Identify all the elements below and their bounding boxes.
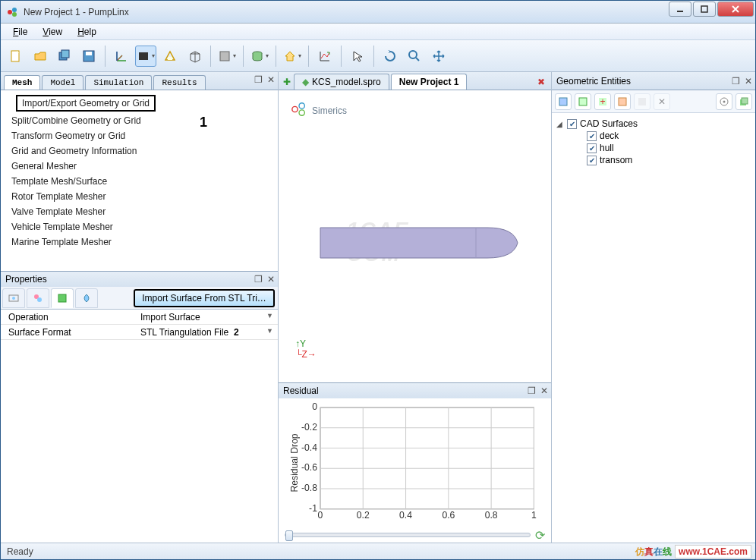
tree-expand-icon[interactable]: ◢ — [556, 120, 564, 128]
residual-title: Residual ❐✕ — [279, 383, 551, 398]
undock-icon[interactable]: ❐ — [732, 76, 740, 87]
save-all-icon[interactable] — [54, 46, 75, 67]
close-tab-icon[interactable]: ✖ — [537, 77, 545, 87]
mesh-item-marine[interactable]: Marine Template Mesher — [1, 234, 278, 250]
mesh-item-info[interactable]: Grid and Geometry Information — [1, 143, 278, 159]
props-tab-1-icon[interactable] — [2, 288, 25, 308]
toolbar — [1, 40, 755, 72]
svg-text:-1: -1 — [309, 503, 317, 514]
menu-view[interactable]: View — [35, 25, 70, 39]
close-panel-icon[interactable]: ✕ — [267, 274, 275, 285]
props-tab-2-icon[interactable] — [27, 288, 49, 308]
doc-tab-new-project[interactable]: New Project 1 — [391, 74, 468, 90]
open-icon[interactable] — [30, 46, 51, 67]
property-value[interactable]: STL Triangulation File 2▼ — [137, 327, 278, 338]
geo-tool-delete-icon[interactable]: ✕ — [654, 93, 670, 110]
property-key: Operation — [1, 312, 137, 322]
mesh-item-import-export[interactable]: Import/Export Geometry or Grid — [16, 95, 156, 112]
pointer-icon[interactable] — [347, 46, 368, 67]
doc-tab-kcs[interactable]: ◆KCS_model.spro — [294, 74, 389, 90]
footer-url: www.1CAE.com — [675, 545, 751, 558]
home-icon[interactable] — [282, 46, 303, 67]
undock-icon[interactable]: ❐ — [254, 274, 263, 285]
svg-rect-23 — [320, 407, 534, 509]
import-surface-button[interactable]: Import Surface From STL Tri… — [134, 289, 275, 307]
mesh-item-split-combine[interactable]: Split/Combine Geometry or Grid — [1, 113, 278, 128]
close-panel-icon[interactable]: ✕ — [540, 385, 548, 396]
tab-model[interactable]: Model — [42, 75, 83, 90]
svg-text:-0.6: -0.6 — [301, 462, 317, 473]
mesh-item-vehicle[interactable]: Vehicle Template Mesher — [1, 219, 278, 234]
svg-point-21 — [299, 110, 304, 115]
close-button[interactable] — [717, 2, 754, 17]
close-panel-icon[interactable]: ✕ — [267, 74, 275, 85]
geo-tool-target-icon[interactable] — [716, 93, 732, 110]
geo-tool-1-icon[interactable] — [555, 93, 572, 110]
hull-geometry — [317, 224, 521, 264]
mesh-item-general-mesher[interactable]: General Mesher — [1, 159, 278, 174]
svg-point-15 — [12, 297, 15, 300]
time-slider[interactable] — [285, 533, 531, 537]
save-icon[interactable] — [78, 46, 99, 67]
view-mode-icon[interactable] — [135, 46, 156, 67]
tab-simulation[interactable]: Simulation — [85, 75, 152, 90]
maximize-button[interactable] — [693, 2, 716, 17]
svg-point-19 — [292, 106, 298, 112]
chart-icon[interactable] — [314, 46, 335, 67]
rotate-icon[interactable] — [380, 46, 401, 67]
tree-root[interactable]: ◢ ✔ CAD Surfaces — [556, 118, 751, 130]
annotation-1: 1 — [200, 115, 207, 131]
layers-icon[interactable] — [216, 46, 238, 67]
perspective-icon[interactable] — [159, 46, 181, 67]
tree-item-deck[interactable]: ✔deck — [556, 130, 751, 142]
checkbox[interactable]: ✔ — [587, 156, 597, 165]
mesh-item-transform[interactable]: Transform Geometry or Grid — [1, 128, 278, 143]
axes-icon[interactable] — [111, 46, 132, 67]
svg-text:0.2: 0.2 — [357, 510, 370, 521]
refresh-icon[interactable]: ⟳ — [535, 528, 545, 543]
tab-results[interactable]: Results — [153, 75, 205, 90]
checkbox[interactable]: ✔ — [587, 131, 597, 141]
svg-text:-0.2: -0.2 — [301, 422, 317, 433]
svg-text:Residual Drop: Residual Drop — [289, 433, 300, 492]
geo-tool-add-icon[interactable]: + — [594, 93, 611, 110]
svg-text:0.4: 0.4 — [399, 510, 412, 521]
geo-tool-4-icon[interactable] — [634, 93, 650, 110]
svg-text:0.6: 0.6 — [442, 510, 455, 521]
add-tab-icon[interactable]: ✚ — [283, 77, 291, 87]
svg-point-20 — [299, 103, 304, 109]
tab-mesh[interactable]: Mesh — [4, 75, 40, 90]
geo-tool-3-icon[interactable] — [614, 93, 631, 110]
box-icon[interactable] — [184, 46, 205, 67]
props-tab-3-icon[interactable] — [51, 288, 74, 308]
tree-item-transom[interactable]: ✔transom — [556, 154, 751, 166]
close-panel-icon[interactable]: ✕ — [745, 76, 752, 87]
mesh-item-rotor[interactable]: Rotor Template Mesher — [1, 189, 278, 204]
checkbox[interactable]: ✔ — [567, 119, 577, 129]
property-value[interactable]: Import Surface▼ — [137, 312, 278, 322]
axis-triad: ↑Y └Z→ — [295, 338, 317, 360]
database-icon[interactable] — [249, 46, 270, 67]
svg-point-2 — [12, 12, 17, 17]
minimize-button[interactable] — [669, 2, 691, 17]
tree-item-hull[interactable]: ✔hull — [556, 142, 751, 154]
props-tab-4-icon[interactable] — [75, 288, 98, 308]
svg-rect-18 — [58, 294, 66, 302]
svg-rect-3 — [677, 11, 683, 12]
viewport-3d[interactable]: Simerics 1CAE . COM ↑Y └Z→ — [279, 90, 551, 382]
menu-file[interactable]: File — [5, 25, 35, 39]
mesh-item-valve[interactable]: Valve Template Mesher — [1, 204, 278, 219]
pan-icon[interactable] — [428, 46, 449, 67]
geo-tool-box-icon[interactable] — [736, 93, 752, 110]
menubar: File View Help — [1, 24, 755, 40]
geo-tool-2-icon[interactable] — [575, 93, 591, 110]
checkbox[interactable]: ✔ — [587, 143, 597, 153]
new-icon[interactable] — [5, 46, 27, 67]
undock-icon[interactable]: ❐ — [254, 74, 263, 85]
zoom-icon[interactable] — [404, 46, 425, 67]
menu-help[interactable]: Help — [70, 25, 104, 39]
app-icon — [7, 6, 19, 18]
residual-chart: 00.20.40.60.810-0.2-0.4-0.6-0.8-1Residua… — [279, 398, 551, 527]
undock-icon[interactable]: ❐ — [528, 385, 536, 396]
mesh-item-template-mesh[interactable]: Template Mesh/Surface — [1, 174, 278, 189]
